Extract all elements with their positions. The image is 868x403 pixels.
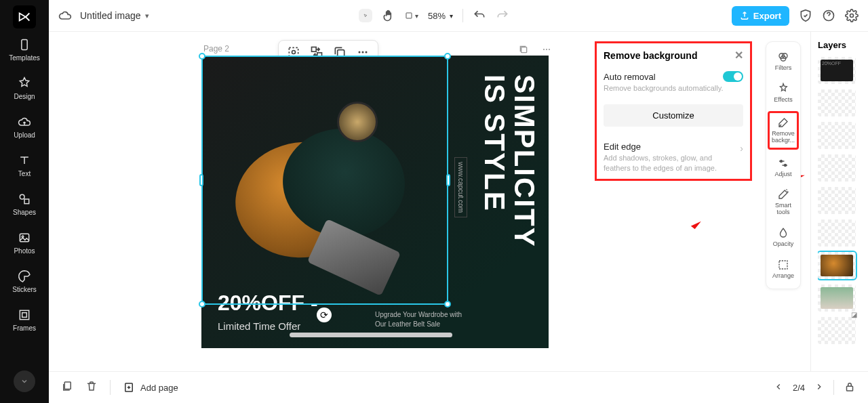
- refresh-badge-icon[interactable]: ⟳: [317, 307, 332, 322]
- discount-text[interactable]: 20%OFF -: [218, 291, 315, 316]
- layer-thumb[interactable]: [818, 154, 856, 182]
- layer-thumb[interactable]: [818, 219, 856, 247]
- svg-point-2: [850, 14, 854, 18]
- layer-thumb[interactable]: ◪: [818, 317, 856, 344]
- layer-thumb[interactable]: [818, 252, 856, 279]
- page-counter: 2/4: [793, 383, 805, 393]
- svg-rect-6: [20, 234, 28, 242]
- help-icon[interactable]: [822, 9, 835, 22]
- zoom-level[interactable]: 58% ▾: [428, 11, 453, 21]
- sidebar-item-upload[interactable]: Upload: [0, 112, 49, 142]
- svg-point-4: [20, 194, 24, 199]
- svg-rect-8: [20, 310, 28, 319]
- crop-tool[interactable]: ▾: [405, 9, 418, 22]
- page-label: Page 2: [203, 44, 229, 54]
- toolstrip-smart-tools[interactable]: Smart tools: [768, 185, 799, 219]
- hand-tool[interactable]: [382, 9, 395, 22]
- svg-rect-25: [779, 261, 787, 269]
- svg-point-19: [543, 49, 545, 50]
- shield-icon[interactable]: [799, 9, 812, 22]
- trash-icon[interactable]: [85, 380, 98, 395]
- svg-point-15: [359, 51, 361, 54]
- toolstrip-remove-bg[interactable]: Remove backgr...: [768, 111, 799, 150]
- prev-page-icon[interactable]: [774, 382, 783, 394]
- next-page-icon[interactable]: [814, 382, 824, 394]
- app-logo[interactable]: [13, 5, 36, 28]
- svg-rect-3: [22, 40, 27, 50]
- auto-removal-desc: Remove backgrounds automatically.: [604, 83, 743, 93]
- layers-panel: Layers 20%OFF ◪: [810, 32, 868, 371]
- svg-point-20: [546, 49, 547, 50]
- svg-rect-12: [312, 47, 317, 52]
- add-page-button[interactable]: Add page: [123, 381, 178, 394]
- headline-text[interactable]: SIMPLICITYIS STYLE: [479, 75, 539, 248]
- svg-rect-9: [22, 313, 27, 318]
- cloud-icon[interactable]: [58, 9, 72, 22]
- sidebar-item-design[interactable]: Design: [0, 74, 49, 103]
- toolstrip-effects[interactable]: Effects: [768, 79, 799, 107]
- svg-point-21: [549, 49, 550, 50]
- redo-button[interactable]: [496, 9, 509, 22]
- sidebar-item-frames[interactable]: Frames: [0, 305, 49, 335]
- svg-point-16: [362, 51, 364, 54]
- svg-rect-26: [64, 382, 71, 389]
- toolstrip-adjust[interactable]: Adjust: [768, 154, 799, 182]
- toolstrip-filters[interactable]: Filters: [768, 47, 799, 75]
- right-toolstrip: Filters Effects Remove backgr... Adjust …: [766, 41, 801, 289]
- layers-title: Layers: [818, 40, 868, 50]
- sidebar-item-stickers[interactable]: Stickers: [0, 267, 49, 296]
- belt-product-image[interactable]: [201, 88, 452, 298]
- auto-removal-label: Auto removal: [604, 72, 656, 82]
- chevron-right-icon: ›: [740, 143, 743, 154]
- sidebar-item-shapes[interactable]: Shapes: [0, 190, 49, 219]
- sidebar-item-text[interactable]: Text: [0, 151, 49, 180]
- auto-removal-toggle[interactable]: [723, 71, 743, 82]
- toolstrip-arrange[interactable]: Arrange: [768, 255, 799, 283]
- customize-button[interactable]: Customize: [604, 104, 743, 127]
- url-text[interactable]: www.capcut.com: [454, 157, 467, 217]
- description-text[interactable]: Upgrade Your Wardrobe withOur Leather Be…: [375, 310, 462, 329]
- remove-background-panel: Remove background ✕ Auto removal Remove …: [595, 41, 752, 181]
- pages-icon[interactable]: [61, 380, 73, 395]
- svg-rect-28: [847, 386, 853, 391]
- chevron-down-icon[interactable]: ▾: [145, 12, 149, 20]
- sidebar-expand-toggle[interactable]: [14, 370, 35, 392]
- lock-icon[interactable]: [844, 381, 856, 395]
- horizontal-scrollbar[interactable]: [290, 333, 452, 337]
- sidebar-item-templates[interactable]: Templates: [0, 35, 49, 64]
- layer-thumb[interactable]: [818, 187, 856, 214]
- sidebar-item-photos[interactable]: Photos: [0, 228, 49, 257]
- svg-rect-18: [521, 47, 527, 53]
- svg-point-11: [292, 51, 296, 54]
- toolstrip-opacity[interactable]: Opacity: [768, 224, 799, 251]
- document-title[interactable]: Untitled image: [80, 10, 141, 21]
- svg-point-17: [366, 51, 368, 54]
- layer-thumb[interactable]: [818, 284, 856, 312]
- cursor-tool[interactable]: [359, 9, 372, 22]
- panel-title: Remove background: [604, 50, 697, 61]
- undo-button[interactable]: [473, 9, 486, 22]
- svg-rect-0: [406, 13, 412, 18]
- close-icon[interactable]: ✕: [734, 49, 743, 62]
- svg-rect-5: [24, 199, 29, 204]
- edit-edge-row[interactable]: Edit edge Add shadows, strokes, glow, an…: [604, 136, 743, 173]
- layer-thumb[interactable]: [818, 89, 856, 116]
- export-button[interactable]: Export: [732, 6, 789, 26]
- layer-thumb[interactable]: [818, 122, 856, 149]
- limited-text[interactable]: Limited Time Offer: [218, 320, 300, 332]
- layer-thumb[interactable]: 20%OFF: [818, 57, 856, 84]
- settings-icon[interactable]: [845, 9, 859, 22]
- design-canvas[interactable]: SIMPLICITYIS STYLE www.capcut.com 20%OFF…: [201, 56, 549, 348]
